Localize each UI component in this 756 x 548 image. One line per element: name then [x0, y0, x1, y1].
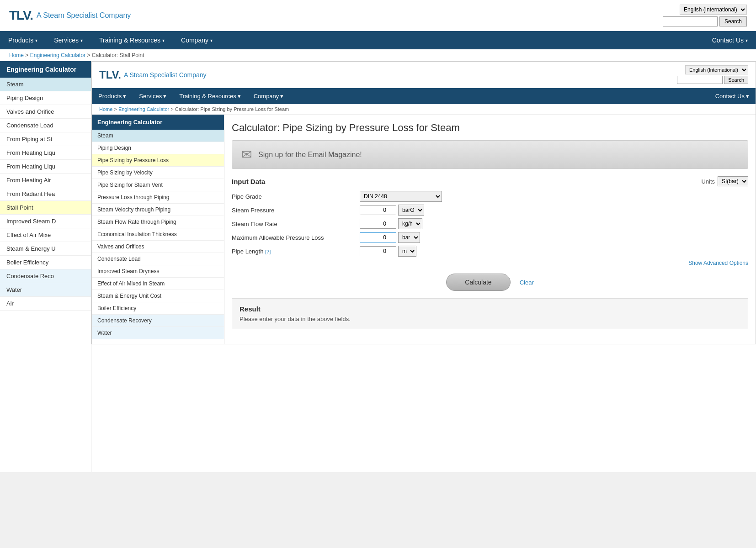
outer-search-button[interactable]: Search: [719, 16, 747, 26]
inner-sidebar-water[interactable]: Water: [92, 327, 224, 339]
outer-sidebar-from-heating-1[interactable]: From Heating Liqu: [0, 146, 91, 160]
outer-breadcrumb-home[interactable]: Home: [9, 52, 24, 58]
steam-pressure-unit-select[interactable]: barG: [398, 205, 424, 216]
outer-sidebar-from-radiant[interactable]: From Radiant Hea: [0, 187, 91, 201]
inner-page-title: Calculator: Pipe Sizing by Pressure Loss…: [232, 122, 748, 134]
inner-sidebar-piping-design[interactable]: Piping Design: [92, 142, 224, 154]
inner-sidebar-boiler[interactable]: Boiler Efficiency: [92, 302, 224, 315]
outer-search-row: Search: [663, 16, 747, 26]
inner-sidebar-valves-orifices[interactable]: Valves and Orifices: [92, 241, 224, 253]
inner-sidebar-steam-flow[interactable]: Steam Flow Rate through Piping: [92, 216, 224, 228]
outer-breadcrumb: Home > Engineering Calculator > Calculat…: [0, 49, 756, 61]
inner-breadcrumb-calc[interactable]: Engineering Calculator: [118, 106, 169, 112]
outer-sidebar-steam-energy[interactable]: Steam & Energy U: [0, 242, 91, 256]
outer-sidebar-header: Engineering Calculator: [0, 61, 91, 78]
inner-window: TLV. A Steam Specialist Company English …: [91, 61, 756, 344]
inner-sidebar-steam[interactable]: Steam: [92, 130, 224, 142]
pipe-grade-label: Pipe Grade: [232, 193, 360, 200]
calculate-row: Calculate Clear: [232, 274, 748, 291]
steam-pressure-input[interactable]: [360, 205, 396, 215]
inner-sidebar: Engineering Calculator Steam Piping Desi…: [92, 115, 224, 344]
steam-flow-unit-select[interactable]: kg/h: [398, 218, 422, 229]
email-banner[interactable]: ✉ Sign up for the Email Magazine!: [232, 140, 748, 169]
inner-breadcrumb-home[interactable]: Home: [99, 106, 112, 112]
inner-sidebar-pipe-sizing-vent[interactable]: Pipe Sizing for Steam Vent: [92, 179, 224, 191]
result-text: Please enter your data in the above fiel…: [240, 316, 740, 322]
pipe-length-row: Pipe Length [?] m: [232, 246, 748, 257]
max-pressure-loss-input[interactable]: [360, 232, 396, 242]
outer-sidebar-improved-steam[interactable]: Improved Steam D: [0, 215, 91, 228]
inner-nav-services-arrow: ▾: [163, 93, 166, 100]
steam-flow-input[interactable]: [360, 219, 396, 229]
pipe-grade-input-group: DIN 2448: [360, 191, 442, 202]
inner-sidebar-pipe-sizing-pressure[interactable]: Pipe Sizing by Pressure Loss: [92, 154, 224, 167]
inner-sidebar-effect-air[interactable]: Effect of Air Mixed in Steam: [92, 278, 224, 290]
inner-sidebar-insulation[interactable]: Economical Insulation Thickness: [92, 228, 224, 241]
advanced-options-row: Show Advanced Options: [232, 259, 748, 266]
steam-pressure-input-group: barG: [360, 205, 424, 216]
max-pressure-loss-input-group: bar: [360, 232, 420, 243]
inner-lang-select[interactable]: English (International): [685, 65, 748, 74]
outer-sidebar-stall-point[interactable]: Stall Point: [0, 201, 91, 215]
outer-sidebar-condensate-recovery[interactable]: Condensate Reco: [0, 269, 91, 283]
input-data-header: Input Data Units SI(bar): [232, 176, 748, 186]
units-select[interactable]: SI(bar): [718, 176, 748, 186]
inner-top-header: TLV. A Steam Specialist Company English …: [92, 62, 756, 88]
calculate-button[interactable]: Calculate: [446, 274, 510, 291]
inner-nav-services[interactable]: Services ▾: [133, 88, 173, 104]
outer-nav-company[interactable]: Company ▾: [173, 31, 221, 49]
max-pressure-loss-row: Maximum Allowable Pressure Loss bar: [232, 232, 748, 243]
outer-nav-company-arrow: ▾: [210, 38, 213, 43]
outer-sidebar-condensate-load[interactable]: Condensate Load: [0, 119, 91, 132]
inner-sidebar-pipe-sizing-velocity[interactable]: Pipe Sizing by Velocity: [92, 167, 224, 179]
pipe-grade-select[interactable]: DIN 2448: [360, 191, 442, 202]
email-icon: ✉: [241, 147, 252, 162]
inner-sidebar-condensate-load[interactable]: Condensate Load: [92, 253, 224, 265]
inner-breadcrumb: Home > Engineering Calculator > Calculat…: [92, 104, 756, 115]
outer-lang-select[interactable]: English (International): [680, 5, 747, 15]
pipe-length-unit-select[interactable]: m: [398, 246, 416, 257]
outer-nav-services[interactable]: Services ▾: [46, 31, 91, 49]
outer-header-right: English (International) Search: [663, 5, 747, 26]
outer-nav-contact[interactable]: Contact Us ▾: [704, 31, 756, 49]
inner-sidebar-steam-velocity[interactable]: Steam Velocity through Piping: [92, 204, 224, 216]
outer-nav-training[interactable]: Training & Resources ▾: [91, 31, 173, 49]
steam-flow-label: Steam Flow Rate: [232, 221, 360, 227]
outer-sidebar-from-heating-air[interactable]: From Heating Air: [0, 174, 91, 187]
outer-breadcrumb-calc[interactable]: Engineering Calculator: [30, 52, 85, 58]
outer-sidebar-valves[interactable]: Valves and Orifice: [0, 105, 91, 119]
outer-top-header: TLV. A Steam Specialist Company English …: [0, 0, 756, 31]
pipe-length-input[interactable]: [360, 246, 396, 256]
inner-search-button[interactable]: Search: [724, 76, 748, 84]
input-data-title: Input Data: [232, 178, 265, 185]
email-banner-text: Sign up for the Email Magazine!: [258, 151, 362, 159]
outer-nav-products[interactable]: Products ▾: [0, 31, 46, 49]
pipe-length-help[interactable]: [?]: [265, 249, 271, 254]
outer-sidebar-air[interactable]: Air: [0, 297, 91, 311]
outer-nav-products-arrow: ▾: [35, 38, 37, 43]
inner-nav-contact[interactable]: Contact Us ▾: [709, 88, 756, 104]
max-pressure-loss-unit-select[interactable]: bar: [398, 232, 420, 243]
outer-sidebar-piping-design[interactable]: Piping Design: [0, 91, 91, 105]
inner-sidebar-improved-steam[interactable]: Improved Steam Dryness: [92, 265, 224, 278]
steam-pressure-label: Steam Pressure: [232, 207, 360, 214]
inner-nav-company[interactable]: Company ▾: [247, 88, 290, 104]
outer-sidebar-boiler[interactable]: Boiler Efficiency: [0, 256, 91, 269]
inner-search-input[interactable]: [677, 76, 723, 84]
inner-content-layout: Engineering Calculator Steam Piping Desi…: [92, 115, 756, 344]
inner-breadcrumb-current: Calculator: Pipe Sizing by Pressure Loss…: [175, 106, 289, 112]
outer-sidebar-steam[interactable]: Steam: [0, 78, 91, 91]
inner-nav-products[interactable]: Products ▾: [92, 88, 133, 104]
inner-nav-training[interactable]: Training & Resources ▾: [173, 88, 247, 104]
inner-sidebar-condensate-recovery[interactable]: Condensate Recovery: [92, 315, 224, 327]
advanced-options-link[interactable]: Show Advanced Options: [688, 260, 748, 266]
steam-flow-input-group: kg/h: [360, 218, 422, 229]
outer-sidebar-from-piping[interactable]: From Piping at St: [0, 132, 91, 146]
clear-link[interactable]: Clear: [520, 279, 534, 286]
outer-sidebar-from-heating-2[interactable]: From Heating Liqu: [0, 160, 91, 174]
outer-sidebar-water[interactable]: Water: [0, 283, 91, 297]
inner-sidebar-pressure-loss[interactable]: Pressure Loss through Piping: [92, 191, 224, 204]
outer-sidebar-effect-air[interactable]: Effect of Air Mixe: [0, 228, 91, 242]
inner-sidebar-steam-energy[interactable]: Steam & Energy Unit Cost: [92, 290, 224, 302]
outer-search-input[interactable]: [663, 16, 718, 26]
